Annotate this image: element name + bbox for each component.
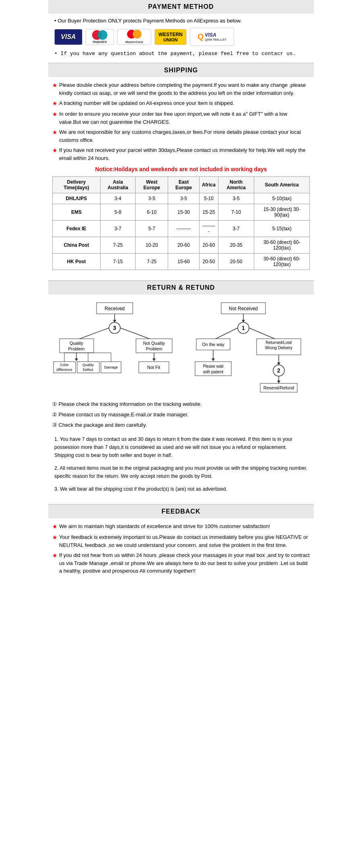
svg-marker-30 bbox=[152, 358, 156, 361]
svg-text:Damage: Damage bbox=[104, 365, 118, 369]
table-cell: 5-10(tax) bbox=[254, 193, 310, 204]
col-delivery: Delivery Time(days) bbox=[53, 177, 101, 193]
payment-question: • If you have any question about the pay… bbox=[54, 51, 308, 57]
shipping-section: SHIPPING ★ Please double check your addr… bbox=[48, 63, 314, 280]
table-cell: Fedex IE bbox=[53, 221, 101, 237]
table-cell: 5-8 bbox=[100, 204, 136, 221]
feedback-note-2: ★ Your feedback is extremely important t… bbox=[52, 533, 310, 549]
payment-section: PAYMENT METHOD • Our Buyer Protection ON… bbox=[48, 0, 314, 63]
svg-text:Problem: Problem bbox=[146, 346, 162, 351]
table-cell: 3-5 bbox=[136, 193, 168, 204]
svg-text:Please wait: Please wait bbox=[203, 364, 223, 368]
table-cell: 15-60 bbox=[168, 254, 200, 270]
svg-text:Resend/Refund: Resend/Refund bbox=[263, 385, 294, 390]
table-cell: 3-7 bbox=[100, 221, 136, 237]
return-item-2: 2. All returned items must be in the ori… bbox=[54, 464, 308, 480]
visa-logo: VISA bbox=[54, 29, 82, 45]
svg-line-6 bbox=[76, 328, 109, 340]
table-row: HK Post7-157-2515-6020-5020-5030-60 (dir… bbox=[53, 254, 310, 270]
svg-text:Defect: Defect bbox=[83, 368, 94, 372]
table-cell: 3-5 bbox=[218, 193, 254, 204]
return-item-1: 1. You have 7 days to contact us and 30 … bbox=[54, 435, 308, 459]
svg-line-40 bbox=[249, 328, 278, 340]
svg-text:Received: Received bbox=[105, 306, 125, 311]
table-cell: EMS bbox=[53, 204, 101, 221]
svg-line-7 bbox=[120, 328, 153, 340]
svg-text:2: 2 bbox=[277, 367, 280, 374]
return-instructions: ① Please check the tracking information … bbox=[52, 400, 310, 429]
table-cell: --------- bbox=[200, 221, 218, 237]
table-cell: 20-50 bbox=[218, 254, 254, 270]
payment-logos: VISA maestro MasterCard bbox=[54, 28, 308, 46]
shipping-title: SHIPPING bbox=[48, 63, 314, 77]
table-cell: 7-25 bbox=[136, 254, 168, 270]
svg-marker-15 bbox=[75, 358, 78, 361]
feedback-note-3: ★ If you did not hear from us within 24 … bbox=[52, 551, 310, 575]
table-header-row: Delivery Time(days) Asia Australia West … bbox=[53, 177, 310, 193]
svg-text:Problem: Problem bbox=[68, 346, 85, 351]
table-cell: 30-60 (direct) 60-120(tax) bbox=[254, 254, 310, 270]
star-icon-5: ★ bbox=[52, 146, 58, 155]
maestro-logo: maestro bbox=[86, 29, 114, 45]
table-cell: 5-10 bbox=[200, 193, 218, 204]
table-cell: 30-60 (direct) 60-120(tax) bbox=[254, 237, 310, 254]
table-cell: 15-30 (direct) 30-90(tax) bbox=[254, 204, 310, 221]
table-cell: 20-60 bbox=[168, 237, 200, 254]
return-item-3: 3. We will bear all the shipping cost if… bbox=[54, 485, 308, 493]
table-row: Fedex IE3-75-7------------------3-75-15(… bbox=[53, 221, 310, 237]
svg-text:1: 1 bbox=[242, 325, 245, 331]
feedback-note-1: ★ We aim to maintain high standards of e… bbox=[52, 522, 310, 531]
svg-text:Returned/Lost/: Returned/Lost/ bbox=[265, 340, 292, 345]
svg-text:Not Quality: Not Quality bbox=[143, 341, 165, 346]
table-row: China Post7-2510-2020-6020-6020-3530-60 … bbox=[53, 237, 310, 254]
svg-marker-47 bbox=[212, 358, 215, 361]
shipping-note-4: ★ We are not responsible for any customs… bbox=[52, 128, 310, 144]
return-section: RETURN & RETUND Received 3 Quality bbox=[48, 281, 314, 504]
flowchart: Received 3 Quality Problem Not Quality P… bbox=[52, 301, 310, 394]
col-north-america: North America bbox=[218, 177, 254, 193]
instruction-2: ② Please contact us by massage,E-mail,or… bbox=[52, 411, 310, 419]
table-cell: 3-5 bbox=[168, 193, 200, 204]
return-list: 1. You have 7 days to contact us and 30 … bbox=[52, 435, 310, 493]
table-cell: 15-30 bbox=[168, 204, 200, 221]
svg-text:Quality: Quality bbox=[82, 363, 94, 367]
flowchart-svg: Received 3 Quality Problem Not Quality P… bbox=[52, 301, 310, 393]
western-union-logo: WESTERN UNION bbox=[154, 29, 187, 45]
feedback-section: FEEDBACK ★ We aim to maintain high stand… bbox=[48, 505, 314, 581]
table-cell: 7-25 bbox=[100, 237, 136, 254]
shipping-note-2: ★ A tracking number will be updated on A… bbox=[52, 99, 310, 108]
col-south-america: South America bbox=[254, 177, 310, 193]
svg-text:Not  Received: Not Received bbox=[229, 306, 258, 311]
table-cell: 3-7 bbox=[218, 221, 254, 237]
svg-text:Not Fit: Not Fit bbox=[147, 365, 160, 370]
table-cell: DHL/UPS bbox=[53, 193, 101, 204]
svg-text:Color: Color bbox=[60, 363, 69, 367]
shipping-note-1: ★ Please double check your address befor… bbox=[52, 81, 310, 97]
table-cell: 5-15(tax) bbox=[254, 221, 310, 237]
table-cell: 20-60 bbox=[200, 237, 218, 254]
table-cell: --------- bbox=[168, 221, 200, 237]
svg-text:with patient: with patient bbox=[203, 370, 224, 374]
svg-text:On the way: On the way bbox=[202, 342, 224, 347]
star-fb-1: ★ bbox=[52, 522, 58, 531]
table-cell: China Post bbox=[53, 237, 101, 254]
star-icon-3: ★ bbox=[52, 110, 58, 119]
col-east-europe: East Europe bbox=[168, 177, 200, 193]
table-cell: HK Post bbox=[53, 254, 101, 270]
payment-note: • Our Buyer Protection ONLY protects Pay… bbox=[54, 18, 308, 24]
star-icon-2: ★ bbox=[52, 99, 58, 108]
col-africa: Africa bbox=[200, 177, 218, 193]
table-cell: 7-10 bbox=[218, 204, 254, 221]
svg-text:3: 3 bbox=[113, 325, 116, 331]
table-cell: 3-4 bbox=[100, 193, 136, 204]
shipping-table: Delivery Time(days) Asia Australia West … bbox=[52, 176, 310, 270]
table-cell: 7-15 bbox=[100, 254, 136, 270]
table-cell: 6-10 bbox=[136, 204, 168, 221]
visa-qiwi-logo: Q VISA QIWI WALLET bbox=[190, 28, 234, 46]
table-cell: 20-35 bbox=[218, 237, 254, 254]
shipping-note-5: ★ If you have not received your parcel w… bbox=[52, 146, 310, 162]
payment-title: PAYMENT METHOD bbox=[48, 0, 314, 14]
mastercard-logo: MasterCard bbox=[117, 29, 151, 45]
table-cell: 10-20 bbox=[136, 237, 168, 254]
col-asia: Asia Australia bbox=[100, 177, 136, 193]
